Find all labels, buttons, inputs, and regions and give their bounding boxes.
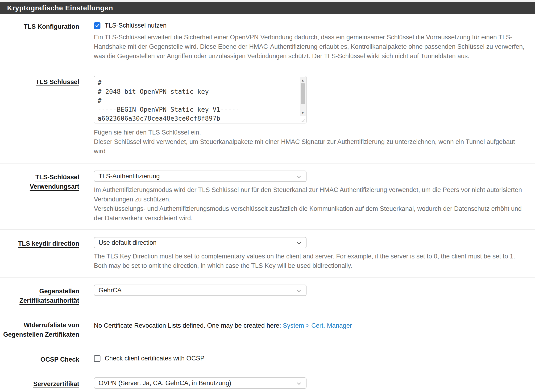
tls-schluessel-label[interactable]: TLS Schlüssel [0, 76, 79, 156]
chevron-down-icon [296, 288, 302, 294]
keydir-select[interactable]: Use default direction [94, 237, 307, 248]
checkmark-icon [95, 23, 100, 28]
textarea-scrollbar[interactable]: ▲ ▼ [300, 77, 306, 116]
server-cert-select-value: OVPN (Server: Ja, CA: GehrCA, in Benutzu… [99, 379, 231, 387]
tls-key-use-checkbox[interactable] [94, 22, 100, 29]
row-crl: WIderrufsliste von Gegenstellen Zertifik… [0, 312, 535, 349]
tls-key-use-checkbox-label[interactable]: TLS-Schlüssel nutzen [105, 22, 167, 29]
keydir-description: The TLS Key Direction must be set to com… [94, 252, 529, 271]
peer-ca-select[interactable]: GehrCA [94, 285, 307, 296]
chevron-down-icon [296, 240, 302, 246]
tls-key-textarea[interactable]: # # 2048 bit OpenVPN static key # -----B… [94, 76, 307, 123]
tls-key-hint-line2: Dieser Schlüssel wird verwendet, um Steu… [94, 137, 529, 156]
row-server-cert: Serverzertifikat OVPN (Server: Ja, CA: G… [0, 370, 535, 392]
row-tls-verwendungsart: TLS-Schlüssel Verwendungsart TLS-Authent… [0, 163, 535, 230]
tls-usage-description-line2: Verschlüsselungs- und Authentifizierungs… [94, 204, 529, 223]
row-ocsp: OCSP Check Check client certificates wit… [0, 349, 535, 370]
server-cert-select[interactable]: OVPN (Server: Ja, CA: GehrCA, in Benutzu… [94, 377, 307, 389]
scroll-down-arrow-icon[interactable]: ▼ [300, 110, 306, 115]
peer-ca-select-value: GehrCA [99, 287, 122, 294]
tls-usage-select-value: TLS-Authentifizierung [99, 173, 160, 180]
tls-konfiguration-description: Ein TLS-Schlüssel erweitert die Sicherhe… [94, 33, 529, 61]
tls-konfiguration-label: TLS Konfiguration [0, 22, 79, 61]
crypto-settings-form: TLS Konfiguration TLS-Schlüssel nutzen E… [0, 14, 535, 392]
scrollbar-thumb[interactable] [301, 83, 305, 104]
row-tls-schluessel: TLS Schlüssel # # 2048 bit OpenVPN stati… [0, 68, 535, 163]
chevron-down-icon [296, 381, 302, 386]
row-tls-keydir: TLS keydir direction Use default directi… [0, 230, 535, 278]
panel-header: Kryptografische Einstellungen [0, 2, 535, 14]
row-tls-konfiguration: TLS Konfiguration TLS-Schlüssel nutzen E… [0, 14, 535, 68]
server-cert-label[interactable]: Serverzertifikat [0, 377, 79, 389]
cert-manager-link[interactable]: System > Cert. Manager [283, 322, 352, 329]
ocsp-label: OCSP Check [0, 355, 79, 364]
tls-key-textarea-value[interactable]: # # 2048 bit OpenVPN static key # -----B… [98, 78, 298, 123]
scroll-up-arrow-icon[interactable]: ▲ [300, 77, 306, 83]
crl-text: No Certificate Revocation Lists defined.… [94, 322, 283, 329]
tls-usage-select[interactable]: TLS-Authentifizierung [94, 171, 307, 182]
tls-keydir-label[interactable]: TLS keydir direction [0, 237, 79, 271]
row-peer-ca: Gegenstellen Zertifikatsauthorität GehrC… [0, 278, 535, 312]
ocsp-checkbox[interactable] [94, 355, 100, 362]
tls-usage-description-line1: Im Authentifizierungsmodus wird der TLS … [94, 185, 529, 204]
peer-ca-label[interactable]: Gegenstellen Zertifikatsauthorität [0, 285, 79, 305]
tls-verwendungsart-label[interactable]: TLS-Schlüssel Verwendungsart [0, 171, 79, 223]
tls-key-hint-line1: Fügen sie hier den TLS Schlüssel ein. [94, 128, 529, 137]
page-background-strip [0, 0, 535, 2]
crl-label: WIderrufsliste von Gegenstellen Zertifik… [0, 320, 79, 339]
resize-handle-icon[interactable] [301, 117, 305, 122]
keydir-select-value: Use default direction [99, 239, 156, 246]
panel-title: Kryptografische Einstellungen [7, 4, 113, 12]
chevron-down-icon [296, 174, 302, 180]
ocsp-checkbox-label[interactable]: Check client certificates with OCSP [105, 355, 204, 362]
